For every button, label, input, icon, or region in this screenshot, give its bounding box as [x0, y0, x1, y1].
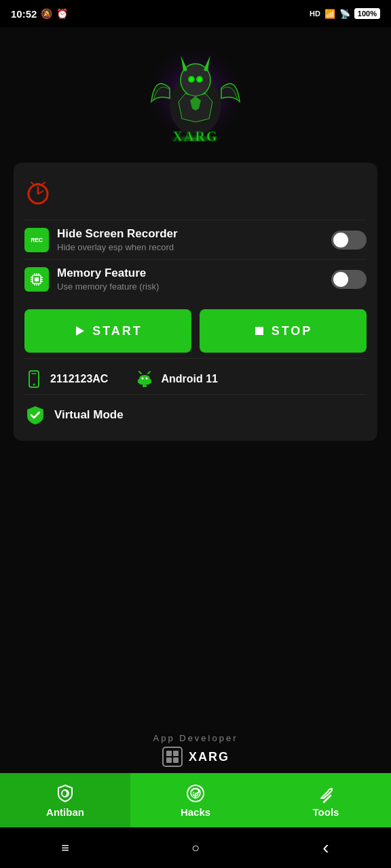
- svg-rect-12: [35, 277, 39, 281]
- device-info-row: 2112123AC Android 11: [24, 358, 367, 394]
- svg-rect-41: [166, 757, 172, 763]
- device-id-item: 2112123AC: [24, 370, 108, 389]
- svg-rect-10: [35, 183, 41, 185]
- svg-rect-36: [143, 384, 145, 387]
- svg-line-32: [139, 372, 141, 374]
- memory-toggle[interactable]: [331, 270, 367, 289]
- svg-rect-34: [138, 379, 140, 383]
- battery-icon: 100%: [354, 8, 380, 19]
- svg-rect-26: [255, 327, 263, 335]
- stop-icon: [254, 326, 265, 336]
- timer-icon: [24, 179, 52, 209]
- status-right: HD 📶 📡 100%: [310, 8, 380, 19]
- svg-marker-25: [76, 326, 84, 336]
- svg-point-8: [162, 130, 229, 141]
- android-icon: [135, 370, 154, 389]
- memory-text: Memory Feature Use memory feature (risk): [57, 267, 159, 292]
- svg-rect-38: [163, 747, 182, 766]
- svg-line-49: [329, 795, 331, 797]
- nav-item-hacks[interactable]: Hacks: [130, 773, 261, 827]
- android-version: Android 11: [161, 373, 218, 385]
- svg-point-31: [146, 378, 148, 380]
- phone-icon: [24, 370, 43, 389]
- svg-point-28: [33, 384, 35, 386]
- svg-line-33: [148, 372, 150, 374]
- stop-button[interactable]: STOP: [200, 309, 367, 353]
- android-menu-button[interactable]: ≡: [50, 833, 80, 863]
- svg-point-47: [197, 792, 198, 793]
- screen-recorder-subtitle: Hide overlay esp when record: [57, 242, 178, 252]
- timer-row: [24, 174, 367, 220]
- nav-label-tools: Tools: [313, 806, 339, 818]
- svg-rect-35: [149, 379, 151, 383]
- nav-label-hacks: Hacks: [181, 806, 210, 818]
- virtual-mode-row: Virtual Mode: [24, 394, 367, 430]
- mute-icon: 🔕: [41, 8, 52, 19]
- signal-icon: 📶: [324, 9, 335, 19]
- time-display: 10:52: [11, 8, 37, 20]
- antiban-icon: [55, 783, 75, 804]
- screen-recorder-toggle[interactable]: [331, 231, 367, 250]
- status-bar: 10:52 🔕 ⏰ HD 📶 📡 100%: [0, 0, 391, 27]
- svg-rect-39: [166, 751, 172, 756]
- hd-badge: HD: [310, 9, 320, 18]
- nav-item-tools[interactable]: Tools: [261, 773, 391, 827]
- screen-recorder-text: Hide Screen Recorder Hide overlay esp wh…: [57, 227, 178, 252]
- start-button[interactable]: START: [24, 309, 191, 353]
- memory-toggle-knob: [333, 272, 348, 287]
- android-home-button[interactable]: ○: [181, 833, 210, 863]
- svg-point-6: [198, 77, 202, 81]
- feature-row-screen-recorder: REC Hide Screen Recorder Hide overlay es…: [24, 220, 367, 259]
- virtual-mode-label: Virtual Mode: [54, 408, 124, 422]
- wifi-icon: 📡: [339, 9, 350, 19]
- screen-recorder-title: Hide Screen Recorder: [57, 227, 178, 241]
- app-logo: XARG: [141, 41, 250, 149]
- svg-rect-42: [173, 757, 179, 763]
- footer-brand: XARG: [162, 746, 229, 768]
- main-card: REC Hide Screen Recorder Hide overlay es…: [14, 163, 377, 441]
- nav-label-antiban: Antiban: [46, 806, 84, 818]
- shield-check-icon: [24, 404, 46, 426]
- footer: App Developer XARG: [0, 728, 391, 773]
- dev-label: App Developer: [153, 733, 238, 743]
- device-id: 2112123AC: [50, 373, 108, 385]
- android-info-item: Android 11: [135, 370, 218, 389]
- feature-row-memory: Memory Feature Use memory feature (risk): [24, 259, 367, 298]
- screen-recorder-toggle-knob: [333, 233, 348, 248]
- logo-area: XARG: [0, 27, 391, 156]
- svg-rect-40: [173, 751, 179, 756]
- nav-item-antiban[interactable]: Antiban: [0, 773, 130, 827]
- android-nav-bar: ≡ ○ ‹: [0, 827, 391, 868]
- android-back-button[interactable]: ‹: [311, 833, 341, 863]
- alarm-icon: ⏰: [56, 8, 68, 19]
- memory-subtitle: Use memory feature (risk): [57, 281, 159, 292]
- hacks-icon: [185, 783, 206, 804]
- brand-name: XARG: [189, 750, 229, 764]
- svg-point-5: [189, 77, 193, 81]
- memory-title: Memory Feature: [57, 267, 159, 280]
- feature-left-screen-recorder: REC Hide Screen Recorder Hide overlay es…: [24, 227, 178, 252]
- tools-icon: [316, 783, 336, 804]
- svg-point-46: [193, 792, 194, 793]
- brand-icon: [162, 746, 183, 768]
- bottom-nav: Antiban Hacks Tools: [0, 773, 391, 827]
- play-icon: [73, 325, 86, 337]
- svg-rect-37: [145, 384, 147, 387]
- buttons-row: START STOP: [24, 309, 367, 353]
- chip-icon: [24, 267, 49, 292]
- feature-left-memory: Memory Feature Use memory feature (risk): [24, 267, 159, 292]
- status-left: 10:52 🔕 ⏰: [11, 8, 68, 20]
- svg-point-30: [142, 378, 144, 380]
- rec-icon: REC: [24, 228, 49, 252]
